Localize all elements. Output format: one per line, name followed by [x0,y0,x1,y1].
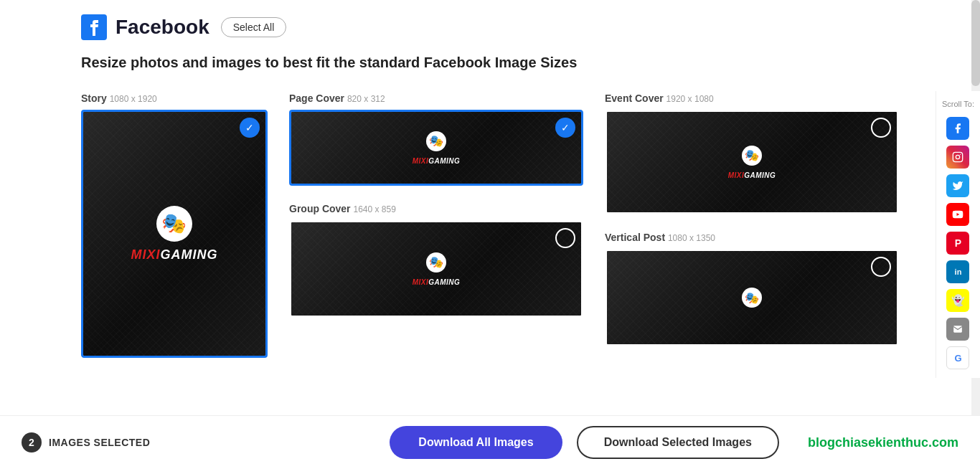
scroll-to-label: Scroll To: [942,100,974,108]
scroll-to-twitter[interactable] [946,174,969,197]
scroll-to-google[interactable]: G [946,346,969,369]
story-image-wrapper[interactable]: 🎭 MixiGaming ✓ [81,110,268,358]
group-cover-card: Group Cover 1640 x 859 🎭 MixiGaming [289,203,583,318]
page-cover-image: 🎭 MixiGaming [291,112,581,184]
story-logo-circle: 🎭 [156,206,192,242]
event-cover-image: 🎭 MixiGaming [607,112,897,212]
group-cover-label: Group Cover 1640 x 859 [289,203,583,214]
event-cover-card: Event Cover 1920 x 1080 🎭 MixiGaming [605,93,899,214]
right-column: Event Cover 1920 x 1080 🎭 MixiGaming [605,93,899,346]
vertical-post-image: 🎭 [607,251,897,344]
event-cover-logo-circle: 🎭 [742,146,762,166]
svg-point-2 [956,155,960,158]
selected-count: 2 [22,432,42,440]
select-all-button[interactable]: Select All [221,17,287,37]
scroll-to-email[interactable] [946,318,969,341]
vertical-post-logo: 🎭 [742,288,762,308]
story-image: 🎭 MixiGaming [83,112,265,356]
page-cover-card: Page Cover 820 x 312 🎭 MixiGaming ✓ [289,93,583,186]
page-cover-checkbox[interactable]: ✓ [555,118,575,138]
page-subtitle: Resize photos and images to best fit the… [81,55,899,71]
scroll-to-youtube[interactable] [946,203,969,226]
event-cover-image-wrapper[interactable]: 🎭 MixiGaming [605,110,899,214]
group-cover-logo-text: MixiGaming [413,278,461,286]
group-cover-logo: 🎭 MixiGaming [413,252,461,286]
page-cover-logo-text: MixiGaming [413,157,461,165]
vertical-post-image-wrapper[interactable]: 🎭 [605,249,899,346]
selected-count-label: IMAGES SELECTED [49,437,150,440]
story-logo: 🎭 MixiGaming [131,206,217,262]
story-label: Story 1080 x 1920 [81,93,268,104]
event-cover-logo: 🎭 MixiGaming [728,146,776,179]
scroll-to-sidebar: Scroll To: P in 👻 G [936,91,980,378]
scrollbar-thumb[interactable] [971,0,980,86]
story-checkbox[interactable]: ✓ [240,118,260,138]
story-logo-text: MixiGaming [131,247,217,262]
group-cover-image: 🎭 MixiGaming [291,222,581,316]
download-all-button[interactable]: Download All Images [390,426,562,440]
facebook-logo-icon [81,14,107,40]
page-cover-logo: 🎭 MixiGaming [413,131,461,165]
page-title: Facebook [116,16,209,39]
page-cover-image-wrapper[interactable]: 🎭 MixiGaming ✓ [289,110,583,186]
scroll-to-pinterest[interactable]: P [946,232,969,255]
group-cover-logo-circle: 🎭 [426,252,446,273]
scroll-to-linkedin[interactable]: in [946,260,969,283]
vertical-post-label: Vertical Post 1080 x 1350 [605,232,899,243]
page-cover-logo-circle: 🎭 [426,131,446,151]
bottom-bar: 2 IMAGES SELECTED Download All Images Do… [0,415,980,440]
scroll-to-facebook[interactable] [946,117,969,140]
images-grid: Story 1080 x 1920 🎭 MixiGaming ✓ [81,93,899,368]
story-card: Story 1080 x 1920 🎭 MixiGaming ✓ [81,93,268,358]
vertical-post-checkbox[interactable] [871,257,891,277]
event-cover-checkbox[interactable] [871,118,891,138]
svg-rect-1 [953,152,963,161]
middle-column: Page Cover 820 x 312 🎭 MixiGaming ✓ [289,93,583,318]
vertical-post-card: Vertical Post 1080 x 1350 🎭 [605,232,899,346]
page-header: Facebook Select All [81,14,899,40]
images-selected-badge: 2 IMAGES SELECTED [22,432,150,440]
svg-point-3 [960,154,961,155]
group-cover-checkbox[interactable] [555,228,575,248]
blog-brand: blogchiasekienthuc.com [808,435,958,440]
scroll-to-instagram[interactable] [946,146,969,169]
scroll-to-snapchat[interactable]: 👻 [946,289,969,312]
vertical-post-logo-circle: 🎭 [742,288,762,308]
event-cover-label: Event Cover 1920 x 1080 [605,93,899,104]
page-cover-label: Page Cover 820 x 312 [289,93,583,104]
group-cover-image-wrapper[interactable]: 🎭 MixiGaming [289,220,583,318]
download-selected-button[interactable]: Download Selected Images [577,426,779,440]
event-cover-logo-text: MixiGaming [728,171,776,179]
